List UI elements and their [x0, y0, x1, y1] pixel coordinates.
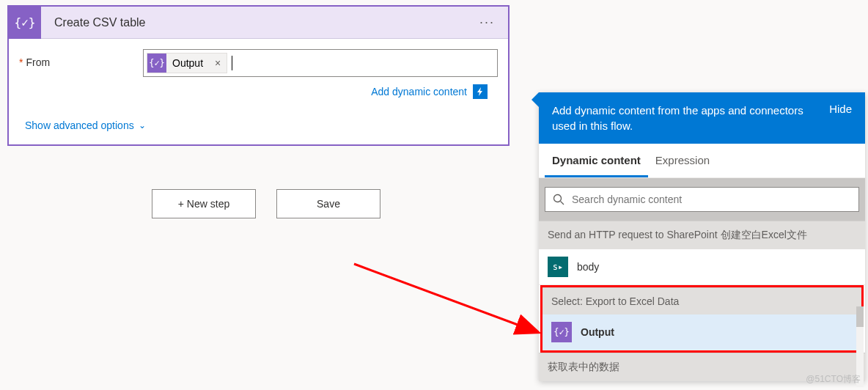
new-step-button[interactable]: + New step	[152, 189, 256, 218]
data-operations-icon: {✓}	[147, 54, 166, 73]
panel-hide-button[interactable]: Hide	[829, 103, 852, 115]
add-dynamic-button[interactable]	[473, 84, 488, 99]
dynamic-content-panel: Add dynamic content from the apps and co…	[539, 92, 865, 381]
svg-line-2	[354, 264, 537, 332]
text-cursor	[232, 56, 232, 70]
highlighted-section: Select: Export to Excel Data {✓} Output	[540, 285, 864, 353]
lightning-icon	[476, 87, 485, 96]
token-output[interactable]: {✓} Output ×	[147, 53, 227, 73]
param-label-from: From	[19, 49, 125, 68]
dynamic-item-label: body	[577, 261, 599, 273]
panel-header-text: Add dynamic content from the apps and co…	[552, 103, 820, 133]
scrollbar-thumb[interactable]	[856, 306, 864, 327]
tab-expression[interactable]: Expression	[648, 144, 717, 177]
svg-line-1	[561, 202, 564, 205]
svg-point-0	[554, 195, 562, 202]
save-button[interactable]: Save	[276, 189, 380, 218]
tab-dynamic-content[interactable]: Dynamic content	[545, 144, 648, 177]
flow-bottom-buttons: + New step Save	[152, 189, 380, 218]
braces-icon: {✓}	[15, 15, 36, 29]
action-body: From {✓} Output × Add dynamic content Sh…	[9, 39, 508, 144]
advanced-options-link[interactable]: Show advanced options ⌄	[19, 99, 146, 131]
search-wrap	[539, 178, 865, 221]
add-dynamic-link[interactable]: Add dynamic content	[371, 86, 467, 98]
group-select: Select: Export to Excel Data	[542, 287, 861, 314]
watermark: @51CTO博客	[806, 373, 861, 386]
action-card: {✓} Create CSV table ··· From {✓} Output…	[7, 5, 510, 146]
search-box[interactable]	[545, 187, 859, 212]
data-operations-icon: {✓}	[551, 322, 572, 342]
chevron-down-icon: ⌄	[139, 120, 146, 130]
data-operations-icon: {✓}	[9, 7, 41, 39]
panel-header: Add dynamic content from the apps and co…	[539, 92, 865, 144]
dynamic-item-output[interactable]: {✓} Output	[542, 314, 861, 350]
search-icon	[553, 194, 564, 205]
dynamic-item-body[interactable]: s▸ body	[539, 249, 865, 285]
action-header[interactable]: {✓} Create CSV table ···	[9, 7, 508, 39]
advanced-options-text: Show advanced options	[25, 119, 134, 131]
token-remove-button[interactable]: ×	[209, 57, 227, 69]
panel-pointer	[532, 92, 539, 107]
action-menu-button[interactable]: ···	[466, 15, 508, 30]
panel-tabs: Dynamic content Expression	[539, 144, 865, 178]
from-input[interactable]: {✓} Output ×	[143, 49, 498, 77]
token-label: Output	[166, 57, 209, 69]
dynamic-item-label: Output	[581, 326, 614, 338]
search-input[interactable]	[572, 194, 851, 205]
annotation-arrow	[350, 253, 548, 341]
add-dynamic-row: Add dynamic content	[19, 77, 498, 99]
group-http: Send an HTTP request to SharePoint 创建空白E…	[539, 221, 865, 249]
sharepoint-icon: s▸	[548, 257, 568, 277]
action-title: Create CSV table	[41, 16, 466, 29]
param-row-from: From {✓} Output ×	[19, 49, 498, 77]
